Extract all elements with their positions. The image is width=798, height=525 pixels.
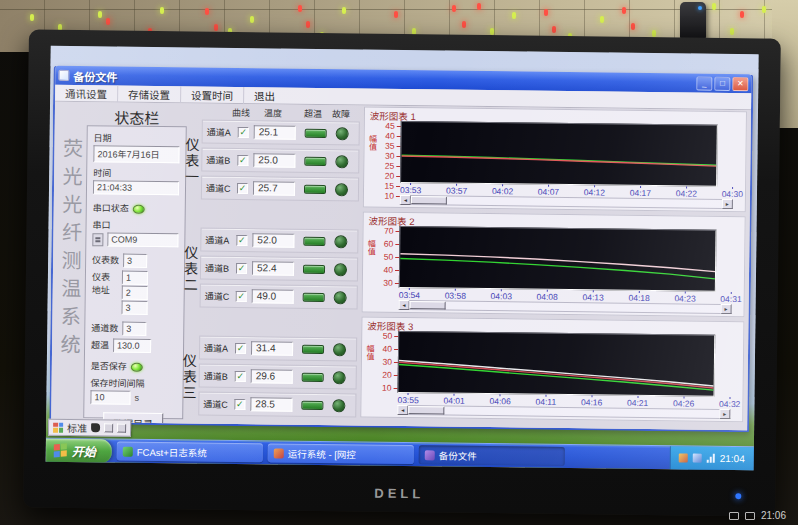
taskbar-item[interactable]: 运行系统 - [网控 bbox=[268, 443, 414, 464]
date-label: 日期 bbox=[94, 131, 180, 145]
chart-series-line-red bbox=[399, 362, 714, 388]
curve-checkbox[interactable]: ✓ bbox=[235, 370, 246, 381]
tray-display-icon[interactable] bbox=[693, 454, 702, 463]
ime-option-button[interactable] bbox=[117, 424, 126, 433]
x-tick-label: 04:03 bbox=[491, 289, 512, 301]
column-header-0: 曲线 bbox=[232, 106, 250, 119]
channel-row: 通道C✓28.5 bbox=[198, 392, 356, 418]
taskbar-item-icon bbox=[123, 446, 133, 456]
scroll-right-arrow[interactable]: ► bbox=[722, 199, 733, 209]
instruments-area: 仪表一通道A✓25.1通道B✓25.0通道C✓25.7仪表二通道A✓52.0通道… bbox=[178, 119, 366, 421]
dell-monitor: 备份文件 _ □ ✕ 通讯设置存储设置设置时间退出 荧光光纤测温系统 状态栏 日… bbox=[23, 29, 781, 516]
channel-count-input[interactable]: 3 bbox=[122, 322, 146, 336]
temperature-value: 25.0 bbox=[253, 153, 295, 168]
minimize-button[interactable]: _ bbox=[696, 76, 712, 90]
x-tick-label: 04:18 bbox=[628, 291, 649, 303]
pen-icon bbox=[91, 423, 100, 432]
status-panel: 状态栏 日期 2016年7月16日 时间 21:04:33 串口状态 串口 bbox=[83, 106, 187, 419]
taskbar-item[interactable]: FCAst+日志系统 bbox=[117, 442, 263, 463]
curve-checkbox[interactable]: ✓ bbox=[237, 154, 248, 165]
x-tick-label: 04:02 bbox=[492, 184, 513, 196]
chart-y-axis-label: 幅值 bbox=[366, 135, 376, 151]
address-input[interactable]: 1 bbox=[122, 271, 148, 285]
chart-plot-area bbox=[400, 121, 718, 187]
scroll-right-arrow[interactable]: ► bbox=[721, 304, 732, 314]
window-content: 荧光光纤测温系统 状态栏 日期 2016年7月16日 时间 21:04:33 串… bbox=[51, 102, 751, 430]
chart-y-axis-label: 幅值 bbox=[365, 240, 375, 256]
waveform-chart: 波形图表 3幅值504030201003:5504:0104:0604:1104… bbox=[360, 317, 744, 423]
curve-checkbox[interactable]: ✓ bbox=[236, 290, 247, 301]
y-tick-label: 40 bbox=[384, 265, 400, 275]
menu-item-3[interactable]: 退出 bbox=[243, 87, 285, 105]
network-icon[interactable] bbox=[707, 454, 715, 463]
scroll-left-arrow[interactable]: ◄ bbox=[400, 195, 411, 205]
column-header-3: 故障 bbox=[332, 107, 350, 120]
monitor-power-led[interactable] bbox=[735, 493, 741, 499]
ime-icon bbox=[53, 422, 63, 432]
y-tick-label: 15 bbox=[385, 181, 401, 191]
x-tick-label: 04:21 bbox=[627, 396, 648, 408]
x-tick-label: 04:17 bbox=[630, 186, 651, 198]
y-tick-label: 40 bbox=[383, 344, 399, 354]
chart-series-line-green bbox=[400, 258, 715, 278]
x-tick-label: 03:54 bbox=[399, 288, 420, 300]
chart-series-line-green bbox=[399, 365, 714, 391]
y-tick-label: 25 bbox=[385, 161, 401, 171]
instrument-count-label: 仪表数 bbox=[92, 253, 119, 266]
channel-row: 通道A✓25.1 bbox=[202, 120, 360, 146]
curve-checkbox[interactable]: ✓ bbox=[237, 182, 248, 193]
scrollbar-thumb[interactable] bbox=[408, 406, 444, 414]
taskbar-items: FCAst+日志系统运行系统 - [网控备份文件 bbox=[112, 441, 565, 466]
curve-checkbox[interactable]: ✓ bbox=[236, 262, 247, 273]
instrument-group: 仪表一通道A✓25.1通道B✓25.0通道C✓25.7 bbox=[181, 119, 366, 205]
temperature-value: 28.5 bbox=[250, 397, 292, 412]
status-panel-box: 日期 2016年7月16日 时间 21:04:33 串口状态 串口 bbox=[83, 125, 187, 419]
scrollbar-thumb[interactable] bbox=[410, 301, 446, 309]
save-enabled-label: 是否保存 bbox=[91, 359, 127, 372]
io-port-icon bbox=[92, 233, 103, 246]
photo-scene: 备份文件 _ □ ✕ 通讯设置存储设置设置时间退出 荧光光纤测温系统 状态栏 日… bbox=[0, 0, 798, 525]
start-button[interactable]: 开始 bbox=[46, 438, 112, 463]
tray-app-icon[interactable] bbox=[679, 453, 688, 462]
overtemp-setpoint-input[interactable]: 130.0 bbox=[113, 338, 151, 352]
menu-item-1[interactable]: 存储设置 bbox=[117, 85, 180, 103]
y-tick-label: 60 bbox=[384, 239, 400, 249]
address-input[interactable]: 2 bbox=[122, 286, 148, 300]
menu-item-0[interactable]: 通讯设置 bbox=[55, 84, 117, 102]
curve-checkbox[interactable]: ✓ bbox=[238, 126, 249, 137]
ime-option-button[interactable] bbox=[104, 423, 113, 432]
address-input[interactable]: 3 bbox=[121, 301, 147, 315]
language-bar[interactable]: 标准 bbox=[48, 419, 131, 437]
chart-y-axis-label: 幅值 bbox=[364, 345, 374, 361]
maximize-button[interactable]: □ bbox=[714, 76, 730, 90]
scroll-left-arrow[interactable]: ◄ bbox=[399, 300, 410, 310]
curve-checkbox[interactable]: ✓ bbox=[234, 398, 245, 409]
taskbar-item[interactable]: 备份文件 bbox=[419, 445, 565, 466]
x-tick-label: 04:32 bbox=[719, 397, 740, 409]
curve-checkbox[interactable]: ✓ bbox=[236, 234, 247, 245]
scroll-left-arrow[interactable]: ◄ bbox=[397, 405, 408, 415]
serial-status-label: 串口状态 bbox=[93, 201, 129, 214]
overlay-icon bbox=[745, 512, 755, 520]
y-tick-label: 30 bbox=[383, 278, 399, 288]
save-interval-input[interactable]: 10 bbox=[90, 390, 130, 404]
close-button[interactable]: ✕ bbox=[732, 77, 748, 91]
app-window: 备份文件 _ □ ✕ 通讯设置存储设置设置时间退出 荧光光纤测温系统 状态栏 日… bbox=[49, 66, 753, 433]
scroll-right-arrow[interactable]: ► bbox=[719, 409, 730, 419]
instrument-count-input[interactable]: 3 bbox=[123, 254, 147, 268]
ime-mode-label: 标准 bbox=[67, 420, 87, 435]
windows-flag-icon bbox=[54, 443, 67, 457]
channels-column: 曲线温度超温故障 仪表一通道A✓25.1通道B✓25.0通道C✓25.7仪表二通… bbox=[178, 105, 366, 430]
window-controls: _ □ ✕ bbox=[696, 76, 748, 91]
instrument-rows: 通道A✓31.4通道B✓29.6通道C✓28.5 bbox=[198, 336, 359, 422]
save-interval-unit: s bbox=[134, 393, 139, 403]
menu-item-2[interactable]: 设置时间 bbox=[180, 86, 243, 104]
curve-checkbox[interactable]: ✓ bbox=[235, 342, 246, 353]
x-tick-label: 03:55 bbox=[397, 393, 418, 405]
overtemp-led bbox=[305, 128, 327, 137]
taskbar-item-icon bbox=[425, 450, 435, 460]
serial-port-select[interactable]: COM9 bbox=[107, 232, 178, 247]
channel-label: 通道C bbox=[205, 289, 236, 302]
address-list: 1 2 3 bbox=[121, 271, 148, 315]
scrollbar-thumb[interactable] bbox=[411, 196, 447, 204]
